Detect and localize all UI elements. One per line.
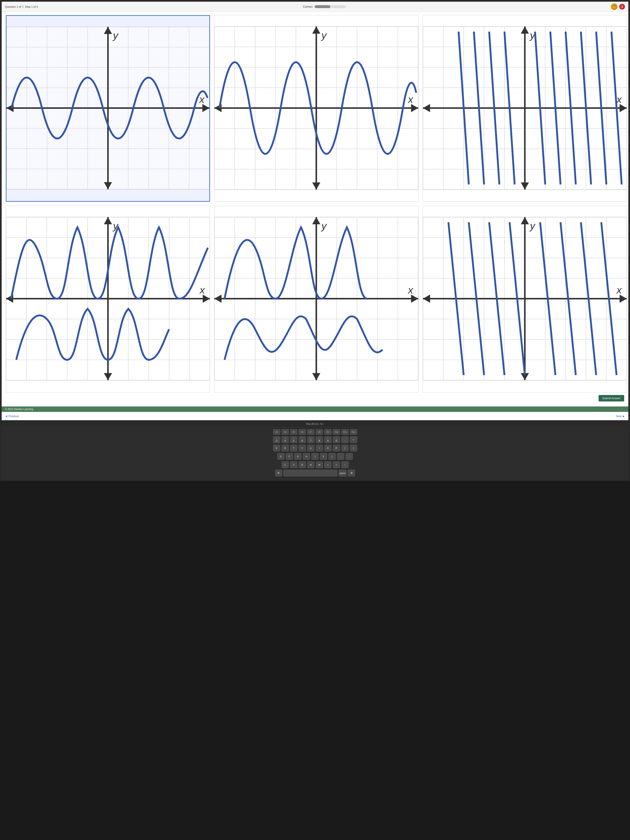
key-semicolon[interactable]: ;	[337, 453, 344, 460]
home-d-row: D F G H J K L ; '	[6, 453, 624, 460]
key-f6[interactable]: F6	[298, 429, 306, 435]
submit-row: Submit Answer	[6, 395, 624, 401]
key-n[interactable]: N	[307, 461, 314, 468]
next-button[interactable]: Next ►	[616, 415, 625, 418]
key-m[interactable]: M	[316, 461, 323, 468]
key-g[interactable]: G	[294, 453, 302, 460]
nav-bar: ◄ Previous Next ►	[2, 412, 628, 420]
top-bar: Question 1 of 7, Step 1 of 2 Correct 🏅 3	[2, 2, 628, 12]
screen-content: Question 1 of 7, Step 1 of 2 Correct 🏅 3	[2, 2, 628, 420]
svg-text:x: x	[408, 94, 414, 105]
key-c[interactable]: C	[281, 461, 289, 468]
key-quote[interactable]: '	[346, 453, 353, 460]
key-caret-6[interactable]: ^6	[298, 436, 306, 443]
key-b[interactable]: B	[298, 461, 306, 468]
progress-bar-fill	[314, 5, 330, 8]
svg-text:x: x	[408, 284, 414, 295]
graph-4[interactable]: x y	[6, 206, 210, 392]
key-f5[interactable]: F5	[290, 429, 297, 435]
space-row: ⌘ option ⌘	[6, 470, 624, 477]
top-center: Correct	[303, 5, 346, 8]
key-f12[interactable]: F12	[350, 429, 357, 435]
key-t[interactable]: T	[290, 445, 297, 452]
key-f10[interactable]: F10	[333, 429, 340, 435]
svg-text:x: x	[199, 284, 205, 295]
key-f8[interactable]: F8	[316, 429, 323, 435]
svg-text:x: x	[199, 94, 205, 105]
key-f3[interactable]: F3	[273, 429, 280, 435]
key-period[interactable]: >	[333, 461, 340, 468]
previous-button[interactable]: ◄ Previous	[5, 415, 19, 418]
key-rbracket[interactable]: ]	[350, 445, 357, 452]
number-key-row: #3 $4 %5 ^6 &7 *8 (9 )0 - =	[6, 436, 624, 443]
qwerty-e-row: E R T Y U I O P [ ]	[6, 445, 624, 452]
key-slash[interactable]: /	[341, 461, 349, 468]
submit-button[interactable]: Submit Answer	[598, 395, 624, 401]
key-option[interactable]: option	[338, 470, 347, 477]
key-percent-5[interactable]: %5	[290, 436, 297, 443]
laptop-screen: Question 1 of 7, Step 1 of 2 Correct 🏅 3	[0, 0, 630, 481]
graphs-grid: x y	[6, 15, 624, 391]
copyright-bar: © 2021 Hawkes Learning	[2, 406, 628, 412]
key-v[interactable]: V	[290, 461, 297, 468]
key-hash-3[interactable]: #3	[273, 436, 280, 443]
svg-text:y: y	[112, 30, 119, 41]
main-content: x y	[2, 12, 628, 406]
progress-bar	[314, 5, 346, 8]
key-o[interactable]: O	[324, 445, 332, 452]
correct-label: Correct	[303, 5, 313, 8]
key-f7[interactable]: F7	[307, 429, 314, 435]
key-comma[interactable]: <	[324, 461, 332, 468]
key-command-left[interactable]: ⌘	[275, 470, 282, 477]
key-star-8[interactable]: *8	[316, 436, 323, 443]
key-command-right[interactable]: ⌘	[348, 470, 355, 477]
svg-text:y: y	[321, 30, 327, 41]
svg-text:y: y	[321, 220, 327, 232]
graph-3[interactable]: x y	[423, 15, 627, 202]
key-minus[interactable]: -	[341, 436, 349, 443]
bottom-c-row: C V B N M < > /	[6, 461, 624, 468]
question-info: Question 1 of 7, Step 1 of 2	[5, 5, 38, 8]
key-h[interactable]: H	[303, 453, 310, 460]
key-d[interactable]: D	[277, 453, 284, 460]
graph-6[interactable]: x y	[423, 206, 627, 392]
graph-5[interactable]: x y	[214, 206, 418, 392]
macbook-label: MacBook Air	[306, 420, 324, 427]
key-r[interactable]: R	[281, 445, 289, 452]
key-paren-0[interactable]: )0	[333, 436, 340, 443]
graph-1[interactable]: x y	[6, 15, 210, 202]
key-y[interactable]: Y	[298, 445, 306, 452]
key-i[interactable]: I	[316, 445, 323, 452]
badge-number: 3	[619, 4, 625, 9]
key-f9[interactable]: F9	[324, 429, 332, 435]
key-paren-9[interactable]: (9	[324, 436, 332, 443]
keyboard: F3 F4 F5 F6 F7 F8 F9 F10 F11 F12 #3 $4 %…	[2, 427, 628, 481]
svg-text:y: y	[529, 220, 535, 232]
svg-text:x: x	[616, 284, 622, 295]
key-f[interactable]: F	[286, 453, 293, 460]
key-lbracket[interactable]: [	[341, 445, 349, 452]
coin-icon: 🏅	[611, 3, 617, 10]
key-u[interactable]: U	[307, 445, 314, 452]
graph-2[interactable]: x y	[214, 15, 418, 202]
key-k[interactable]: K	[320, 453, 327, 460]
key-amp-7[interactable]: &7	[307, 436, 314, 443]
top-icons: 🏅 3	[611, 3, 625, 10]
key-dollar-4[interactable]: $4	[281, 436, 289, 443]
key-p[interactable]: P	[333, 445, 340, 452]
key-j[interactable]: J	[311, 453, 319, 460]
key-f11[interactable]: F11	[341, 429, 349, 435]
key-equals[interactable]: =	[350, 436, 357, 443]
key-space[interactable]	[283, 470, 338, 477]
key-f4[interactable]: F4	[281, 429, 289, 435]
key-l[interactable]: L	[328, 453, 336, 460]
key-e[interactable]: E	[273, 445, 280, 452]
fn-key-row: F3 F4 F5 F6 F7 F8 F9 F10 F11 F12	[6, 429, 624, 435]
copyright-text: © 2021 Hawkes Learning	[5, 408, 33, 411]
